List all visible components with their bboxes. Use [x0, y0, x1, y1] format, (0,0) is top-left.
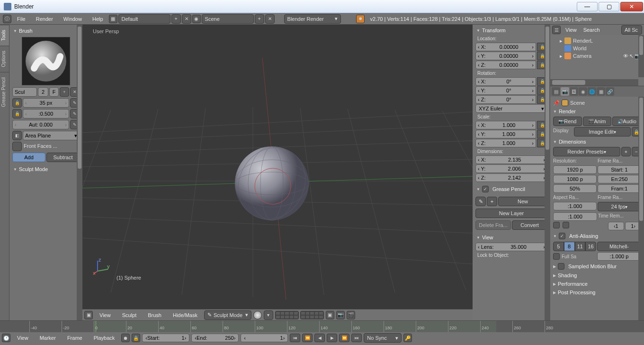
- gp-draw-icon[interactable]: ✎: [475, 197, 486, 206]
- brush-strength-field[interactable]: :0.500: [23, 109, 69, 118]
- play-reverse-button[interactable]: ◀: [314, 334, 325, 342]
- viewport-editor-type-icon[interactable]: ▣: [84, 311, 93, 319]
- render-anim-icon[interactable]: 🎬: [347, 311, 355, 319]
- tree-row-world[interactable]: ▸World: [553, 45, 641, 52]
- frame-start-field[interactable]: Start: 1: [598, 165, 641, 174]
- vp-menu-brush[interactable]: Brush: [143, 311, 166, 319]
- play-button[interactable]: ▶: [327, 334, 337, 342]
- full-sample-checkbox[interactable]: [553, 253, 560, 260]
- scene-dropdown[interactable]: Scene: [202, 14, 254, 24]
- editor-type-icon[interactable]: ⓘ: [3, 15, 11, 23]
- aa-filter-dropdown[interactable]: Mitchell-: [597, 242, 641, 251]
- auto-keyframe-icon[interactable]: ⏺: [121, 334, 130, 342]
- gp-delete-frame-button[interactable]: Delete Fra...: [475, 220, 511, 230]
- render-presets-dropdown[interactable]: Render Presets ▾: [553, 147, 620, 156]
- keyframe-prev-button[interactable]: ⏪: [302, 334, 313, 342]
- tree-row-camera[interactable]: ▸Camera 👁 ↖ 📷: [553, 52, 641, 60]
- aa-16-button[interactable]: 16: [585, 242, 596, 251]
- motion-blur-checkbox[interactable]: [558, 263, 564, 270]
- outliner-filter-dropdown[interactable]: All Sc: [621, 25, 642, 35]
- render-engine-dropdown[interactable]: Blender Render▾: [284, 14, 341, 24]
- aa-5-button[interactable]: 5: [553, 242, 564, 251]
- border-checkbox[interactable]: [553, 222, 560, 228]
- lock-range-icon[interactable]: 🔒: [132, 334, 140, 342]
- crop-checkbox[interactable]: [563, 222, 569, 228]
- scale-x-field[interactable]: ‹ X:1.000›: [475, 121, 536, 129]
- outliner-editor-type-icon[interactable]: ☰: [552, 26, 561, 34]
- tree-row-renderlayers[interactable]: ▸RenderL: [553, 37, 641, 45]
- display-mode-dropdown[interactable]: Image Edit ▾: [574, 127, 631, 136]
- tl-menu-marker[interactable]: Marker: [35, 334, 61, 342]
- brush-add-button[interactable]: +: [60, 87, 69, 97]
- n-panel-scrollbar[interactable]: [545, 25, 550, 320]
- layout-delete-button[interactable]: ✕: [182, 14, 191, 24]
- visibility-eye-icon[interactable]: 👁: [623, 53, 628, 59]
- aspect-x-field[interactable]: :1.000: [553, 202, 597, 210]
- view-panel-header[interactable]: View: [475, 233, 547, 242]
- properties-editor-type-icon[interactable]: ▤: [552, 87, 560, 96]
- close-button[interactable]: ✕: [620, 2, 643, 11]
- vp-menu-sculpt[interactable]: Sculpt: [117, 311, 142, 319]
- render-anim-button[interactable]: 🎬Anim: [583, 117, 612, 126]
- sculpt-plane-dropdown[interactable]: Area Plane▾: [23, 131, 80, 140]
- mode-dropdown[interactable]: ✎ Sculpt Mode▾: [204, 310, 251, 320]
- tool-tab-tools[interactable]: Tools: [0, 25, 9, 45]
- gp-new-button[interactable]: New: [498, 197, 547, 206]
- gp-add-button[interactable]: +: [487, 197, 497, 206]
- strength-lock-icon[interactable]: 🔒: [12, 109, 22, 118]
- keyframe-next-button[interactable]: ⏩: [339, 334, 349, 342]
- gp-convert-button[interactable]: Convert: [512, 220, 547, 230]
- rotation-y-field[interactable]: ‹ Y:0°›: [475, 86, 536, 95]
- resolution-y-field[interactable]: 1080 p: [553, 175, 597, 183]
- minimize-button[interactable]: —: [577, 2, 598, 11]
- location-z-field[interactable]: ‹ Z:0.00000›: [475, 61, 536, 69]
- front-faces-checkbox[interactable]: [12, 142, 22, 151]
- rotation-z-field[interactable]: ‹ Z:0°›: [475, 95, 536, 104]
- timeline-ruler[interactable]: -40-200204060801001201401601802002202402…: [0, 321, 644, 332]
- menu-render[interactable]: Render: [31, 15, 58, 23]
- menu-help[interactable]: Help: [88, 15, 108, 23]
- scene-browse-icon[interactable]: ◉: [192, 15, 201, 23]
- rotation-mode-dropdown[interactable]: XYZ Euler▾: [475, 104, 547, 113]
- prop-tab-constraints[interactable]: 🔗: [606, 87, 614, 96]
- jump-to-start-button[interactable]: ⏮: [290, 334, 300, 342]
- aa-8-button[interactable]: 8: [564, 242, 575, 251]
- shading-dropdown-button[interactable]: ▾: [264, 310, 273, 320]
- vp-menu-view[interactable]: View: [95, 311, 116, 319]
- maximize-button[interactable]: ▢: [599, 2, 619, 11]
- time-old-field[interactable]: ‹1: [608, 222, 624, 230]
- aa-pixel-filter-field[interactable]: :1.000 p: [597, 252, 641, 261]
- prop-tab-render[interactable]: 📷: [561, 87, 569, 96]
- dimensions-panel-header[interactable]: Dimensions: [553, 137, 641, 146]
- lens-field[interactable]: ‹ Lens:35.000›: [475, 243, 547, 251]
- selectable-cursor-icon[interactable]: ↖: [629, 53, 634, 59]
- scene-delete-button[interactable]: ✕: [265, 14, 275, 24]
- menu-window[interactable]: Window: [59, 15, 87, 23]
- pin-icon[interactable]: 📌: [553, 100, 560, 106]
- timeline-editor-type-icon[interactable]: 🕐: [2, 334, 10, 342]
- dim-x-field[interactable]: ‹ X:2.135›: [475, 155, 547, 164]
- grease-pencil-panel-header[interactable]: ✓Grease Pencil: [475, 184, 547, 194]
- keying-set-icon[interactable]: 🔑: [403, 334, 412, 342]
- frame-step-field[interactable]: Fram:1: [598, 184, 641, 193]
- performance-panel-header[interactable]: Performance: [553, 280, 641, 288]
- prop-tab-scene[interactable]: ◉: [579, 87, 587, 96]
- frame-start-field[interactable]: ‹ Start:1 ›: [142, 334, 189, 342]
- anti-aliasing-checkbox[interactable]: ✓: [559, 233, 565, 239]
- current-frame-field[interactable]: ‹ 1 ›: [241, 334, 288, 342]
- brush-preview[interactable]: [22, 37, 70, 85]
- jump-to-end-button[interactable]: ⏭: [351, 334, 362, 342]
- prop-tab-object[interactable]: ▦: [597, 87, 605, 96]
- snap-icon[interactable]: ▣: [326, 311, 334, 319]
- motion-blur-panel-header[interactable]: Sampled Motion Blur: [553, 262, 641, 271]
- location-y-field[interactable]: ‹ Y:0.00000›: [475, 52, 536, 60]
- shading-panel-header[interactable]: Shading: [553, 271, 641, 280]
- render-image-button[interactable]: 📷Rend: [553, 117, 582, 126]
- render-audio-button[interactable]: 🔊Audio: [612, 117, 641, 126]
- dim-y-field[interactable]: ‹ Y:2.006›: [475, 164, 547, 173]
- gp-new-layer-button[interactable]: New Layer: [475, 209, 547, 218]
- radius-lock-icon[interactable]: 🔒: [12, 98, 22, 108]
- rotation-x-field[interactable]: ‹ X:0°›: [475, 77, 536, 86]
- outliner-h-scrollbar[interactable]: [550, 79, 638, 86]
- sculpt-mode-panel-header[interactable]: Sculpt Mode: [12, 165, 80, 173]
